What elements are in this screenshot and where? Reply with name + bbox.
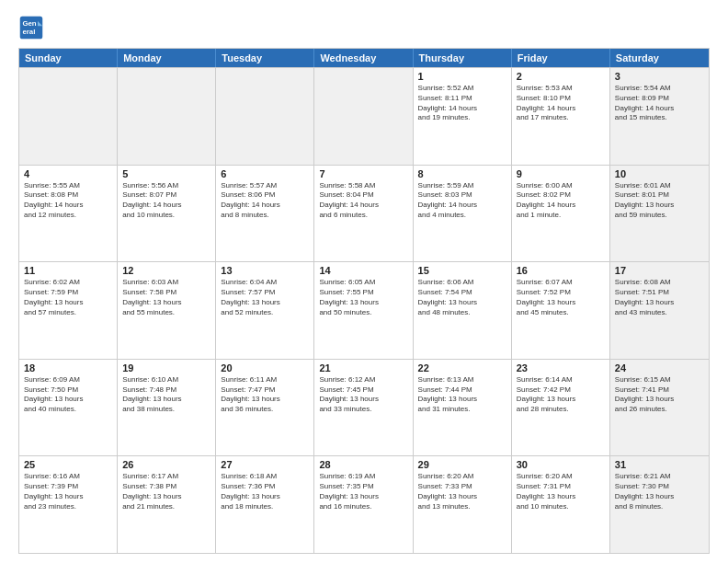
day-number: 7 [319, 168, 407, 179]
logo-icon: Gen eral [18, 15, 44, 40]
calendar-cell: 7Sunrise: 5:58 AMSunset: 8:04 PMDaylight… [314, 166, 413, 262]
calendar-cell: 27Sunrise: 6:18 AMSunset: 7:36 PMDayligh… [216, 456, 314, 553]
day-number: 11 [24, 265, 112, 276]
calendar-row: 4Sunrise: 5:55 AMSunset: 8:08 PMDaylight… [19, 165, 709, 262]
calendar-cell: 6Sunrise: 5:57 AMSunset: 8:06 PMDaylight… [216, 166, 314, 262]
day-info: Sunrise: 5:54 AMSunset: 8:09 PMDaylight:… [615, 84, 704, 123]
day-info: Sunrise: 6:09 AMSunset: 7:50 PMDaylight:… [24, 375, 112, 415]
day-number: 16 [517, 265, 605, 276]
calendar-row: 25Sunrise: 6:16 AMSunset: 7:39 PMDayligh… [19, 455, 709, 553]
svg-text:Gen: Gen [22, 19, 36, 28]
day-info: Sunrise: 5:52 AMSunset: 8:11 PMDaylight:… [418, 84, 506, 123]
day-number: 8 [418, 168, 506, 179]
day-info: Sunrise: 6:05 AMSunset: 7:55 PMDaylight:… [319, 278, 407, 317]
svg-text:eral: eral [22, 28, 35, 36]
day-number: 1 [418, 71, 506, 82]
calendar-cell [216, 68, 314, 165]
day-info: Sunrise: 6:11 AMSunset: 7:47 PMDaylight:… [221, 375, 309, 415]
calendar-body: 1Sunrise: 5:52 AMSunset: 8:11 PMDaylight… [19, 67, 709, 553]
calendar-cell: 13Sunrise: 6:04 AMSunset: 7:57 PMDayligh… [216, 262, 314, 359]
calendar-cell [314, 68, 413, 165]
day-info: Sunrise: 6:03 AMSunset: 7:58 PMDaylight:… [122, 278, 210, 317]
day-number: 18 [24, 362, 112, 373]
calendar-cell: 29Sunrise: 6:20 AMSunset: 7:33 PMDayligh… [414, 456, 512, 553]
day-info: Sunrise: 6:14 AMSunset: 7:42 PMDaylight:… [517, 375, 605, 415]
day-info: Sunrise: 5:59 AMSunset: 8:03 PMDaylight:… [418, 181, 506, 221]
day-info: Sunrise: 6:17 AMSunset: 7:38 PMDaylight:… [122, 472, 210, 511]
calendar-cell: 16Sunrise: 6:07 AMSunset: 7:52 PMDayligh… [512, 262, 610, 359]
calendar-cell: 20Sunrise: 6:11 AMSunset: 7:47 PMDayligh… [216, 360, 314, 456]
day-info: Sunrise: 6:15 AMSunset: 7:41 PMDaylight:… [615, 375, 704, 415]
day-number: 4 [24, 168, 112, 179]
day-number: 6 [221, 168, 309, 179]
calendar-row: 18Sunrise: 6:09 AMSunset: 7:50 PMDayligh… [19, 359, 709, 456]
day-number: 13 [221, 265, 309, 276]
calendar-cell: 2Sunrise: 5:53 AMSunset: 8:10 PMDaylight… [512, 68, 610, 165]
weekday-header: Thursday [414, 49, 512, 67]
calendar-cell: 15Sunrise: 6:06 AMSunset: 7:54 PMDayligh… [414, 262, 512, 359]
day-number: 24 [615, 362, 704, 373]
day-info: Sunrise: 5:56 AMSunset: 8:07 PMDaylight:… [122, 181, 210, 221]
day-number: 15 [418, 265, 506, 276]
calendar-cell: 19Sunrise: 6:10 AMSunset: 7:48 PMDayligh… [118, 360, 216, 456]
day-number: 3 [615, 71, 704, 82]
day-number: 5 [122, 168, 210, 179]
day-number: 20 [221, 362, 309, 373]
calendar-cell: 5Sunrise: 5:56 AMSunset: 8:07 PMDaylight… [118, 166, 216, 262]
day-number: 21 [319, 362, 407, 373]
calendar: SundayMondayTuesdayWednesdayThursdayFrid… [18, 48, 710, 554]
weekday-header: Sunday [19, 49, 118, 67]
day-number: 12 [122, 265, 210, 276]
weekday-header: Monday [118, 49, 216, 67]
day-number: 28 [319, 459, 407, 470]
day-number: 29 [418, 459, 506, 470]
calendar-row: 11Sunrise: 6:02 AMSunset: 7:59 PMDayligh… [19, 261, 709, 359]
day-info: Sunrise: 6:10 AMSunset: 7:48 PMDaylight:… [122, 375, 210, 415]
day-number: 31 [615, 459, 704, 470]
day-info: Sunrise: 6:20 AMSunset: 7:33 PMDaylight:… [418, 472, 506, 511]
calendar-cell: 11Sunrise: 6:02 AMSunset: 7:59 PMDayligh… [19, 262, 118, 359]
day-info: Sunrise: 6:18 AMSunset: 7:36 PMDaylight:… [221, 472, 309, 511]
day-number: 19 [122, 362, 210, 373]
weekday-header: Saturday [610, 49, 709, 67]
page: Gen eral SundayMondayTuesdayWednesdayThu… [0, 0, 728, 563]
calendar-cell: 25Sunrise: 6:16 AMSunset: 7:39 PMDayligh… [19, 456, 118, 553]
day-info: Sunrise: 5:55 AMSunset: 8:08 PMDaylight:… [24, 181, 112, 221]
calendar-cell: 10Sunrise: 6:01 AMSunset: 8:01 PMDayligh… [610, 166, 709, 262]
calendar-row: 1Sunrise: 5:52 AMSunset: 8:11 PMDaylight… [19, 67, 709, 165]
day-info: Sunrise: 6:20 AMSunset: 7:31 PMDaylight:… [517, 472, 605, 511]
calendar-cell: 26Sunrise: 6:17 AMSunset: 7:38 PMDayligh… [118, 456, 216, 553]
day-number: 14 [319, 265, 407, 276]
day-info: Sunrise: 6:04 AMSunset: 7:57 PMDaylight:… [221, 278, 309, 317]
calendar-cell: 18Sunrise: 6:09 AMSunset: 7:50 PMDayligh… [19, 360, 118, 456]
day-number: 10 [615, 168, 704, 179]
header: Gen eral [18, 15, 710, 40]
calendar-cell: 30Sunrise: 6:20 AMSunset: 7:31 PMDayligh… [512, 456, 610, 553]
calendar-cell: 23Sunrise: 6:14 AMSunset: 7:42 PMDayligh… [512, 360, 610, 456]
day-info: Sunrise: 6:00 AMSunset: 8:02 PMDaylight:… [517, 181, 605, 221]
day-info: Sunrise: 5:58 AMSunset: 8:04 PMDaylight:… [319, 181, 407, 221]
calendar-cell: 21Sunrise: 6:12 AMSunset: 7:45 PMDayligh… [314, 360, 413, 456]
calendar-cell: 22Sunrise: 6:13 AMSunset: 7:44 PMDayligh… [414, 360, 512, 456]
day-info: Sunrise: 6:12 AMSunset: 7:45 PMDaylight:… [319, 375, 407, 415]
day-number: 22 [418, 362, 506, 373]
day-info: Sunrise: 5:53 AMSunset: 8:10 PMDaylight:… [517, 84, 605, 123]
day-number: 17 [615, 265, 704, 276]
day-info: Sunrise: 6:13 AMSunset: 7:44 PMDaylight:… [418, 375, 506, 415]
day-info: Sunrise: 6:21 AMSunset: 7:30 PMDaylight:… [615, 472, 704, 511]
calendar-cell: 28Sunrise: 6:19 AMSunset: 7:35 PMDayligh… [314, 456, 413, 553]
calendar-cell: 3Sunrise: 5:54 AMSunset: 8:09 PMDaylight… [610, 68, 709, 165]
weekday-header: Friday [512, 49, 610, 67]
calendar-cell: 24Sunrise: 6:15 AMSunset: 7:41 PMDayligh… [610, 360, 709, 456]
calendar-cell: 1Sunrise: 5:52 AMSunset: 8:11 PMDaylight… [414, 68, 512, 165]
day-number: 2 [517, 71, 605, 82]
calendar-cell: 12Sunrise: 6:03 AMSunset: 7:58 PMDayligh… [118, 262, 216, 359]
calendar-cell: 17Sunrise: 6:08 AMSunset: 7:51 PMDayligh… [610, 262, 709, 359]
day-info: Sunrise: 6:06 AMSunset: 7:54 PMDaylight:… [418, 278, 506, 317]
logo: Gen eral [18, 15, 48, 40]
day-info: Sunrise: 6:01 AMSunset: 8:01 PMDaylight:… [615, 181, 704, 221]
day-info: Sunrise: 6:02 AMSunset: 7:59 PMDaylight:… [24, 278, 112, 317]
day-number: 27 [221, 459, 309, 470]
calendar-cell: 31Sunrise: 6:21 AMSunset: 7:30 PMDayligh… [610, 456, 709, 553]
day-number: 25 [24, 459, 112, 470]
